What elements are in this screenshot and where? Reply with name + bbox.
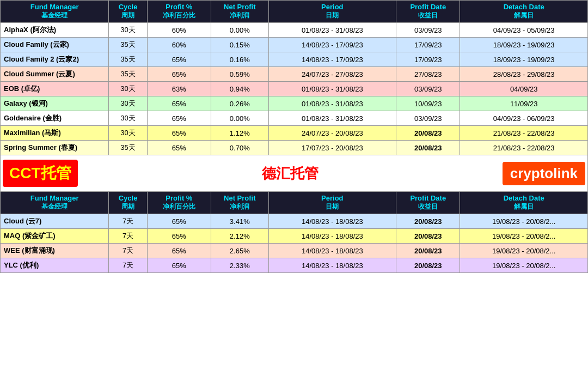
table-2-header: Fund Manager 基金经理 Cycle 周期 Profit % 净利百分… — [1, 192, 588, 214]
cell-profit-pct: 60% — [147, 23, 211, 38]
cell-cycle: 30天 — [109, 111, 147, 126]
col2-header-manager: Fund Manager 基金经理 — [1, 192, 109, 214]
table-row: Goldenaire (金胜) 30天 65% 0.00% 01/08/23 -… — [1, 111, 588, 126]
cell-net-profit: 0.15% — [211, 38, 269, 52]
col2-header-profit-date: Profit Date 收益日 — [396, 192, 460, 214]
table-row: Maximilian (马斯) 30天 65% 1.12% 24/07/23 -… — [1, 126, 588, 141]
cell-profit-date: 27/08/23 — [396, 67, 460, 82]
table-row: WEE (财富涌现) 7天 65% 2.65% 14/08/23 - 18/08… — [1, 244, 588, 258]
cell-net-profit: 0.26% — [211, 96, 269, 111]
cell-cycle: 7天 — [109, 258, 147, 273]
table-1-body: AlphaX (阿尔法) 30天 60% 0.00% 01/08/23 - 31… — [1, 23, 588, 155]
cell-detach-date: 19/08/23 - 20/08/2... — [460, 244, 588, 258]
cell-profit-date: 20/08/23 — [396, 244, 460, 258]
col-header-period: Period 日期 — [268, 1, 396, 23]
cell-profit-date: 20/08/23 — [396, 141, 460, 155]
cell-manager: Cloud Family (云家) — [1, 38, 109, 52]
cell-manager: Cloud (云7) — [1, 214, 109, 229]
table-row: AlphaX (阿尔法) 30天 60% 0.00% 01/08/23 - 31… — [1, 23, 588, 38]
cell-manager: Maximilian (马斯) — [1, 126, 109, 141]
cell-profit-date: 20/08/23 — [396, 126, 460, 141]
cell-profit-date: 17/09/23 — [396, 52, 460, 67]
cell-detach-date: 18/09/23 - 19/09/23 — [460, 38, 588, 52]
cell-manager: Cloud Family 2 (云家2) — [1, 52, 109, 67]
cell-manager: MAQ (紫金矿工) — [1, 229, 109, 244]
cell-manager: AlphaX (阿尔法) — [1, 23, 109, 38]
cell-manager: YLC (优利) — [1, 258, 109, 273]
cell-profit-pct: 63% — [147, 82, 211, 96]
table-row: MAQ (紫金矿工) 7天 65% 2.12% 14/08/23 - 18/08… — [1, 229, 588, 244]
table-row: Cloud (云7) 7天 65% 3.41% 14/08/23 - 18/08… — [1, 214, 588, 229]
table-row: Cloud Summer (云夏) 35天 65% 0.59% 24/07/23… — [1, 67, 588, 82]
cell-manager: Galaxy (银河) — [1, 96, 109, 111]
cell-period: 14/08/23 - 18/08/23 — [268, 258, 396, 273]
cell-cycle: 30天 — [109, 82, 147, 96]
cell-detach-date: 04/09/23 - 06/09/23 — [460, 111, 588, 126]
cell-period: 24/07/23 - 20/08/23 — [268, 126, 396, 141]
cell-period: 24/07/23 - 27/08/23 — [268, 67, 396, 82]
cell-profit-pct: 65% — [147, 111, 211, 126]
cell-manager: Goldenaire (金胜) — [1, 111, 109, 126]
cell-period: 14/08/23 - 17/09/23 — [268, 38, 396, 52]
col-header-net-profit: Net Profit 净利润 — [211, 1, 269, 23]
cell-detach-date: 21/08/23 - 22/08/23 — [460, 126, 588, 141]
table-1-header: Fund Manager 基金经理 Cycle 周期 Profit % 净利百分… — [1, 1, 588, 23]
cell-detach-date: 11/09/23 — [460, 96, 588, 111]
cell-profit-date: 20/08/23 — [396, 258, 460, 273]
cell-profit-pct: 65% — [147, 244, 211, 258]
cell-net-profit: 3.41% — [211, 214, 269, 229]
cell-period: 01/08/23 - 31/08/23 — [268, 23, 396, 38]
cell-period: 01/08/23 - 31/08/23 — [268, 82, 396, 96]
cell-profit-pct: 65% — [147, 52, 211, 67]
cell-profit-pct: 60% — [147, 38, 211, 52]
cell-profit-pct: 65% — [147, 67, 211, 82]
cell-cycle: 30天 — [109, 126, 147, 141]
cell-net-profit: 2.33% — [211, 258, 269, 273]
cell-net-profit: 1.12% — [211, 126, 269, 141]
cell-period: 14/08/23 - 18/08/23 — [268, 244, 396, 258]
cell-profit-pct: 65% — [147, 258, 211, 273]
cell-net-profit: 0.00% — [211, 111, 269, 126]
middle-banner: CCT托管 德汇托管 cryptolink — [0, 155, 588, 191]
table-row: Galaxy (银河) 30天 65% 0.26% 01/08/23 - 31/… — [1, 96, 588, 111]
table-row: Cloud Family (云家) 35天 60% 0.15% 14/08/23… — [1, 38, 588, 52]
cell-cycle: 30天 — [109, 96, 147, 111]
cell-period: 14/08/23 - 18/08/23 — [268, 229, 396, 244]
cell-profit-date: 03/09/23 — [396, 23, 460, 38]
cell-profit-date: 20/08/23 — [396, 214, 460, 229]
cell-detach-date: 04/09/23 — [460, 82, 588, 96]
col-header-profit-pct: Profit % 净利百分比 — [147, 1, 211, 23]
cell-period: 17/07/23 - 20/08/23 — [268, 141, 396, 155]
table-2-body: Cloud (云7) 7天 65% 3.41% 14/08/23 - 18/08… — [1, 214, 588, 273]
cell-profit-date: 10/09/23 — [396, 96, 460, 111]
cell-detach-date: 18/09/23 - 19/09/23 — [460, 52, 588, 67]
cryptolink-label: cryptolink — [503, 162, 585, 185]
col2-header-period: Period 日期 — [268, 192, 396, 214]
col2-header-detach-date: Detach Date 解属日 — [460, 192, 588, 214]
cell-manager: WEE (财富涌现) — [1, 244, 109, 258]
cell-profit-date: 03/09/23 — [396, 111, 460, 126]
table-2: Fund Manager 基金经理 Cycle 周期 Profit % 净利百分… — [0, 191, 588, 273]
cell-detach-date: 19/08/23 - 20/08/2... — [460, 258, 588, 273]
cell-net-profit: 0.59% — [211, 67, 269, 82]
cell-net-profit: 0.94% — [211, 82, 269, 96]
dehui-label: 德汇托管 — [89, 164, 492, 183]
col2-header-profit-pct: Profit % 净利百分比 — [147, 192, 211, 214]
cell-period: 01/08/23 - 31/08/23 — [268, 111, 396, 126]
main-container: Fund Manager 基金经理 Cycle 周期 Profit % 净利百分… — [0, 0, 588, 273]
cell-net-profit: 2.65% — [211, 244, 269, 258]
table-row: Cloud Family 2 (云家2) 35天 65% 0.16% 14/08… — [1, 52, 588, 67]
col-header-manager: Fund Manager 基金经理 — [1, 1, 109, 23]
cell-cycle: 35天 — [109, 38, 147, 52]
cell-period: 01/08/23 - 31/08/23 — [268, 96, 396, 111]
cell-cycle: 35天 — [109, 52, 147, 67]
cell-manager: Cloud Summer (云夏) — [1, 67, 109, 82]
cell-detach-date: 04/09/23 - 05/09/23 — [460, 23, 588, 38]
cell-detach-date: 19/08/23 - 20/08/2... — [460, 229, 588, 244]
cell-manager: EOB (卓亿) — [1, 82, 109, 96]
table-row: Spring Summer (春夏) 35天 65% 0.70% 17/07/2… — [1, 141, 588, 155]
col2-header-cycle: Cycle 周期 — [109, 192, 147, 214]
cell-detach-date: 19/08/23 - 20/08/2... — [460, 214, 588, 229]
col2-header-net-profit: Net Profit 净利润 — [211, 192, 269, 214]
col-header-profit-date: Profit Date 收益日 — [396, 1, 460, 23]
